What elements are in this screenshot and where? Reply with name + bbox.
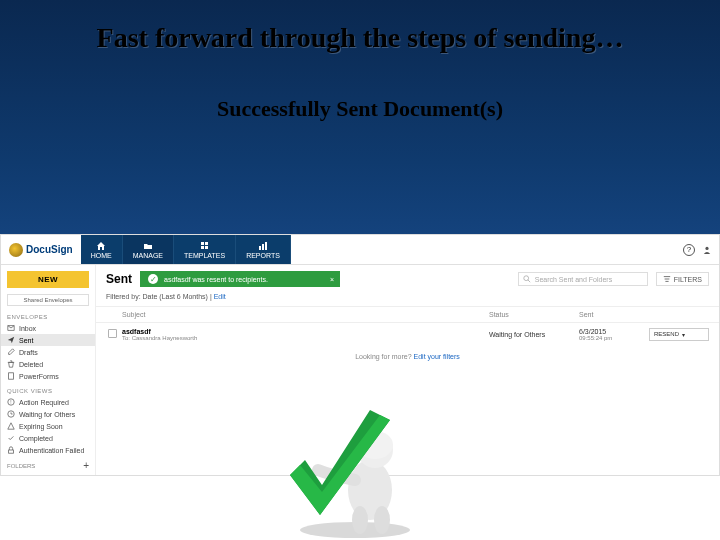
topnav-right: ? [683, 244, 719, 256]
row-time: 09:55:24 pm [579, 335, 649, 341]
filter-icon [663, 275, 671, 283]
add-folder-button[interactable]: + [83, 460, 89, 471]
sent-icon [7, 336, 15, 344]
slide-subtitle: Successfully Sent Document(s) [0, 96, 720, 122]
help-icon[interactable]: ? [683, 244, 695, 256]
sidebar-item-label: Action Required [19, 399, 69, 406]
col-subject: Subject [122, 311, 489, 318]
success-clipart [270, 380, 440, 540]
sidebar-item-drafts[interactable]: Drafts [1, 346, 95, 358]
action-icon: ! [7, 398, 15, 406]
home-icon [96, 241, 106, 251]
svg-rect-8 [9, 373, 14, 379]
resend-button[interactable]: RESEND ▾ [649, 328, 709, 341]
shared-envelopes-filter[interactable]: Shared Envelopes [7, 294, 89, 306]
sidebar-item-expiring[interactable]: Expiring Soon [1, 420, 95, 432]
nav-tab-templates[interactable]: TEMPLATES [174, 235, 236, 264]
new-button[interactable]: NEW [7, 271, 89, 288]
trash-icon [7, 360, 15, 368]
svg-rect-6 [265, 242, 267, 250]
nav-tab-label: MANAGE [133, 252, 163, 259]
sidebar-item-label: PowerForms [19, 373, 59, 380]
folder-icon [143, 241, 153, 251]
user-menu-icon[interactable] [703, 246, 711, 254]
row-date: 6/3/2015 [579, 328, 649, 335]
sidebar: NEW Shared Envelopes ENVELOPES Inbox Sen… [1, 265, 96, 475]
sidebar-item-action-required[interactable]: ! Action Required [1, 396, 95, 408]
row-subject: asdfasdf [122, 328, 489, 335]
inbox-icon [7, 324, 15, 332]
search-input[interactable]: Search Sent and Folders [518, 272, 648, 286]
nav-tab-home[interactable]: HOME [81, 235, 123, 264]
sidebar-item-label: Drafts [19, 349, 38, 356]
nav-tabs: HOME MANAGE TEMPLATES REPORTS [81, 235, 291, 264]
row-recipient: To: Cassandra Haynesworth [122, 335, 489, 341]
svg-rect-0 [201, 242, 204, 245]
filter-edit-link[interactable]: Edit [214, 293, 226, 300]
success-toast: ✓ asdfasdf was resent to recipients. × [140, 271, 340, 287]
filter-line: Filtered by: Date (Last 6 Months) | Edit [96, 291, 719, 307]
nav-tab-label: HOME [91, 252, 112, 259]
sidebar-item-powerforms[interactable]: PowerForms [1, 370, 95, 382]
filters-button-label: FILTERS [674, 276, 702, 283]
sidebar-item-waiting[interactable]: Waiting for Others [1, 408, 95, 420]
lock-icon [7, 446, 15, 454]
search-placeholder: Search Sent and Folders [535, 276, 612, 283]
sidebar-section-quickviews: QUICK VIEWS [1, 382, 95, 396]
col-status: Status [489, 311, 579, 318]
svg-rect-3 [205, 246, 208, 249]
waiting-icon [7, 410, 15, 418]
check-icon: ✓ [148, 274, 158, 284]
svg-point-21 [374, 506, 390, 534]
sidebar-item-deleted[interactable]: Deleted [1, 358, 95, 370]
svg-rect-5 [262, 244, 264, 250]
svg-rect-12 [9, 450, 14, 453]
sidebar-item-label: Inbox [19, 325, 36, 332]
slide-title: Fast forward through the steps of sendin… [40, 20, 680, 56]
sidebar-item-completed[interactable]: Completed [1, 432, 95, 444]
looking-for-more: Looking for more? Edit your filters [96, 345, 719, 368]
svg-rect-4 [259, 246, 261, 250]
filter-line-text: Filtered by: Date (Last 6 Months) | [106, 293, 214, 300]
templates-icon [200, 241, 210, 251]
page-title: Sent [106, 272, 132, 286]
close-icon[interactable]: × [330, 276, 334, 283]
looking-text: Looking for more? [355, 353, 413, 360]
sidebar-item-label: Sent [19, 337, 33, 344]
expiring-icon [7, 422, 15, 430]
toast-text: asdfasdf was resent to recipients. [164, 276, 268, 283]
svg-point-20 [352, 506, 368, 534]
table-row[interactable]: asdfasdf To: Cassandra Haynesworth Waiti… [96, 323, 719, 345]
resend-label: RESEND [654, 331, 679, 337]
svg-point-7 [705, 246, 708, 249]
nav-tab-label: REPORTS [246, 252, 280, 259]
edit-filters-link[interactable]: Edit your filters [414, 353, 460, 360]
brand-logo-icon [9, 243, 23, 257]
filters-button[interactable]: FILTERS [656, 272, 709, 286]
sidebar-item-label: Expiring Soon [19, 423, 63, 430]
sidebar-item-label: Completed [19, 435, 53, 442]
completed-icon [7, 434, 15, 442]
row-checkbox[interactable] [108, 329, 117, 338]
svg-rect-1 [205, 242, 208, 245]
search-icon [523, 275, 531, 283]
sidebar-item-sent[interactable]: Sent [1, 334, 95, 346]
nav-tab-reports[interactable]: REPORTS [236, 235, 291, 264]
reports-icon [258, 241, 268, 251]
sidebar-section-envelopes: ENVELOPES [1, 308, 95, 322]
nav-tab-manage[interactable]: MANAGE [123, 235, 174, 264]
drafts-icon [7, 348, 15, 356]
brand[interactable]: DocuSign [1, 243, 81, 257]
table-header: Subject Status Sent [96, 307, 719, 323]
svg-rect-2 [201, 246, 204, 249]
nav-tab-label: TEMPLATES [184, 252, 225, 259]
sidebar-section-folders: FOLDERS [7, 463, 35, 469]
sidebar-item-label: Authentication Failed [19, 447, 84, 454]
sidebar-item-auth-failed[interactable]: Authentication Failed [1, 444, 95, 456]
sidebar-item-label: Waiting for Others [19, 411, 75, 418]
brand-name: DocuSign [26, 244, 73, 255]
svg-text:!: ! [10, 400, 11, 405]
top-nav: DocuSign HOME MANAGE TEMPLATES REPORTS ? [1, 235, 719, 265]
sidebar-item-label: Deleted [19, 361, 43, 368]
sidebar-item-inbox[interactable]: Inbox [1, 322, 95, 334]
